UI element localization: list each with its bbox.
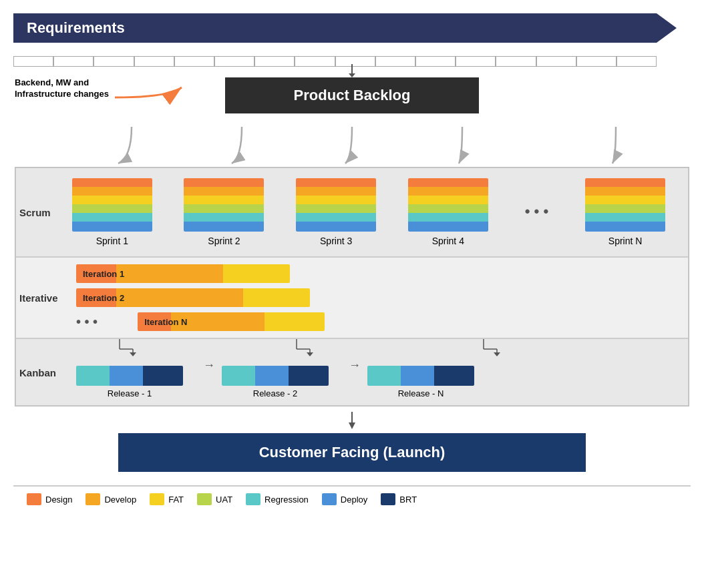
legend-brt-swatch: [381, 493, 395, 505]
requirements-label: Requirements: [27, 19, 125, 37]
iterative-section: Iterative: [15, 257, 689, 338]
legend-uat-label: UAT: [216, 495, 232, 505]
customer-facing-arrow-svg: [345, 412, 359, 430]
sprint-1-label: Sprint 1: [96, 236, 128, 246]
sprint-design-layer: [184, 178, 264, 187]
sprint-1-stack: [72, 178, 152, 232]
legend-fat: FAT: [150, 493, 184, 505]
sprint-deploy-layer: [408, 222, 488, 232]
releases-container: Release - 1 → Release - 2 →: [23, 346, 681, 398]
sprint-fat-layer: [72, 196, 152, 204]
legend-fat-label: FAT: [168, 495, 184, 505]
svg-marker-16: [494, 352, 500, 356]
sprint-uat-layer: [585, 204, 665, 213]
timeline-cell: [295, 56, 335, 67]
legend-develop-swatch: [85, 493, 100, 505]
sprint-n-item: Sprint N: [582, 178, 669, 246]
kanban-section: Kanban: [15, 338, 689, 406]
iter1-develop: [116, 264, 223, 283]
svg-marker-12: [307, 352, 313, 356]
full-diagram: Requirements Backend, MW and Infrastruct…: [13, 13, 691, 512]
legend-develop: Develop: [85, 493, 136, 505]
iteration-n-row: Iteration N: [138, 312, 325, 331]
product-backlog-row: Backend, MW and Infrastructure changes: [15, 71, 689, 120]
sprint-deploy-layer: [296, 222, 376, 232]
svg-marker-2: [349, 73, 355, 77]
sprint-develop-layer: [296, 187, 376, 196]
backend-arrow-svg: [115, 84, 248, 117]
sprint-4-stack: [408, 178, 488, 232]
iteration-2-row: Iteration 2: [76, 288, 681, 307]
timeline-cell: [456, 56, 496, 67]
sprint-develop-layer: [585, 187, 665, 196]
legend-develop-label: Develop: [104, 495, 136, 505]
sprint-3-item: Sprint 3: [293, 178, 379, 246]
timeline-cell: [536, 56, 576, 67]
legend-brt-label: BRT: [399, 495, 417, 505]
legend-uat-swatch: [197, 493, 212, 505]
sprint-regression-layer: [585, 213, 665, 222]
svg-marker-8: [130, 352, 136, 356]
sprints-dots: • • •: [516, 178, 556, 232]
sprint-2-label: Sprint 2: [208, 236, 240, 246]
legend-deploy-label: Deploy: [341, 495, 367, 505]
timeline-connector: [345, 64, 359, 80]
iterations-container: Iteration 1 Iteration 2 • • •: [23, 264, 681, 331]
legend-design-swatch: [27, 493, 41, 505]
iter1-fat: [223, 264, 290, 283]
sprint-1-item: Sprint 1: [69, 178, 156, 246]
iter2-develop: [116, 288, 243, 307]
legend-regression-swatch: [246, 493, 260, 505]
sprint-4-label: Sprint 4: [432, 236, 464, 246]
sections-wrapper: Scrum Sprint 1: [15, 167, 689, 406]
legend-design: Design: [27, 493, 72, 505]
kanban-lines-svg: [69, 339, 651, 379]
timeline-cell: [254, 56, 295, 67]
legend-uat: UAT: [197, 493, 232, 505]
sprint-design-layer: [585, 178, 665, 187]
kanban-label: Kanban: [19, 366, 56, 378]
iterations-dots: • • •: [76, 314, 98, 330]
scrum-section: Scrum Sprint 1: [15, 168, 689, 257]
sprint-design-layer: [72, 178, 152, 187]
sprint-deploy-layer: [184, 222, 264, 232]
backend-label: Backend, MW and Infrastructure changes: [15, 77, 122, 100]
sprint-fat-layer: [585, 196, 665, 204]
timeline-cell: [53, 56, 94, 67]
sprint-design-layer: [296, 178, 376, 187]
sprint-2-stack: [184, 178, 264, 232]
sprint-fat-layer: [408, 196, 488, 204]
legend-regression: Regression: [246, 493, 309, 505]
product-backlog-box: Product Backlog: [225, 77, 479, 113]
legend-deploy: Deploy: [322, 493, 367, 505]
timeline-cell: [134, 56, 174, 67]
sprint-3-stack: [296, 178, 376, 232]
iteration-2-label: Iteration 2: [83, 293, 124, 303]
sprint-regression-layer: [408, 213, 488, 222]
sprint-n-label: Sprint N: [608, 236, 643, 246]
release-n-label: Release - N: [398, 388, 444, 398]
down-connector-svg: [345, 64, 359, 77]
requirements-arrow-body: Requirements: [13, 13, 657, 43]
legend-regression-label: Regression: [265, 495, 309, 505]
timeline-cell: [174, 56, 214, 67]
timeline-cell: [415, 56, 456, 67]
timeline-cell: [94, 56, 134, 67]
diagram-wrapper: Backend, MW and Infrastructure changes: [15, 71, 689, 472]
product-backlog-label: Product Backlog: [294, 87, 411, 103]
sprint-uat-layer: [184, 204, 264, 213]
customer-facing-section: Customer Facing (Launch): [15, 433, 689, 472]
legend-brt: BRT: [381, 493, 417, 505]
timeline-cell: [13, 56, 53, 67]
scrum-label: Scrum: [19, 207, 51, 218]
sprint-regression-layer: [296, 213, 376, 222]
customer-facing-connector: [15, 412, 689, 430]
iteration-n-label: Iteration N: [144, 317, 187, 327]
timeline-cell: [576, 56, 617, 67]
backend-info: Backend, MW and Infrastructure changes: [15, 77, 122, 100]
sprint-4-item: Sprint 4: [405, 178, 492, 246]
timeline-cell: [214, 56, 254, 67]
requirements-section: Requirements: [13, 13, 691, 49]
iterations-dots-n-row: • • • Iteration N: [76, 312, 681, 331]
iteration-1-row: Iteration 1: [76, 264, 681, 283]
